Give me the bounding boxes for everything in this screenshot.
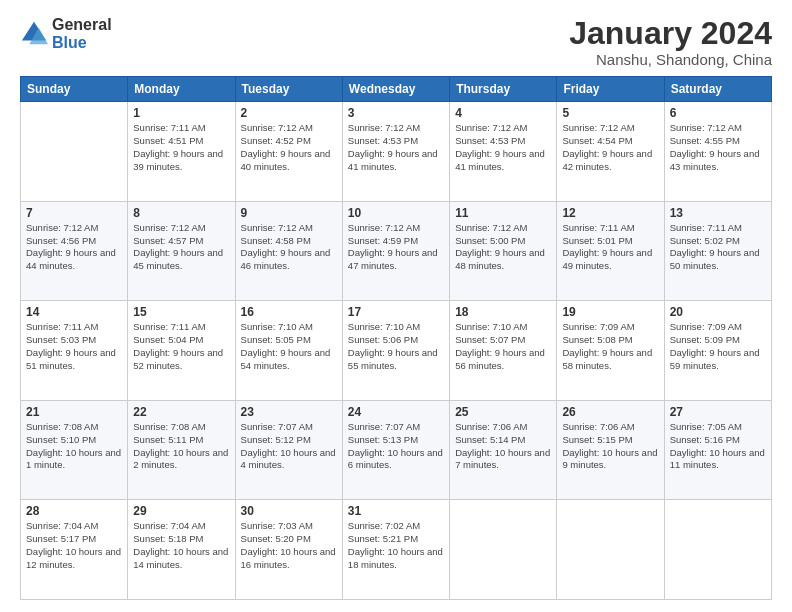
day-number: 2 [241, 106, 337, 120]
table-row: 23Sunrise: 7:07 AMSunset: 5:12 PMDayligh… [235, 400, 342, 500]
title-block: January 2024 Nanshu, Shandong, China [569, 16, 772, 68]
logo-general: General [52, 16, 112, 34]
day-number: 8 [133, 206, 229, 220]
table-row: 24Sunrise: 7:07 AMSunset: 5:13 PMDayligh… [342, 400, 449, 500]
calendar-week-row: 21Sunrise: 7:08 AMSunset: 5:10 PMDayligh… [21, 400, 772, 500]
day-info: Sunrise: 7:12 AMSunset: 4:53 PMDaylight:… [455, 122, 551, 173]
table-row: 22Sunrise: 7:08 AMSunset: 5:11 PMDayligh… [128, 400, 235, 500]
day-info: Sunrise: 7:03 AMSunset: 5:20 PMDaylight:… [241, 520, 337, 571]
day-info: Sunrise: 7:12 AMSunset: 4:52 PMDaylight:… [241, 122, 337, 173]
day-info: Sunrise: 7:11 AMSunset: 5:01 PMDaylight:… [562, 222, 658, 273]
table-row: 7Sunrise: 7:12 AMSunset: 4:56 PMDaylight… [21, 201, 128, 301]
day-info: Sunrise: 7:11 AMSunset: 5:02 PMDaylight:… [670, 222, 766, 273]
day-number: 5 [562, 106, 658, 120]
day-number: 17 [348, 305, 444, 319]
table-row: 2Sunrise: 7:12 AMSunset: 4:52 PMDaylight… [235, 102, 342, 202]
table-row: 12Sunrise: 7:11 AMSunset: 5:01 PMDayligh… [557, 201, 664, 301]
day-number: 23 [241, 405, 337, 419]
day-number: 24 [348, 405, 444, 419]
calendar-header-row: Sunday Monday Tuesday Wednesday Thursday… [21, 77, 772, 102]
day-number: 13 [670, 206, 766, 220]
logo: General Blue [20, 16, 112, 51]
col-wednesday: Wednesday [342, 77, 449, 102]
day-number: 12 [562, 206, 658, 220]
table-row [21, 102, 128, 202]
day-info: Sunrise: 7:12 AMSunset: 4:55 PMDaylight:… [670, 122, 766, 173]
day-info: Sunrise: 7:12 AMSunset: 4:59 PMDaylight:… [348, 222, 444, 273]
day-number: 19 [562, 305, 658, 319]
table-row: 29Sunrise: 7:04 AMSunset: 5:18 PMDayligh… [128, 500, 235, 600]
table-row: 31Sunrise: 7:02 AMSunset: 5:21 PMDayligh… [342, 500, 449, 600]
day-info: Sunrise: 7:05 AMSunset: 5:16 PMDaylight:… [670, 421, 766, 472]
day-number: 9 [241, 206, 337, 220]
day-info: Sunrise: 7:08 AMSunset: 5:11 PMDaylight:… [133, 421, 229, 472]
calendar-week-row: 28Sunrise: 7:04 AMSunset: 5:17 PMDayligh… [21, 500, 772, 600]
day-info: Sunrise: 7:12 AMSunset: 4:58 PMDaylight:… [241, 222, 337, 273]
day-number: 15 [133, 305, 229, 319]
table-row: 18Sunrise: 7:10 AMSunset: 5:07 PMDayligh… [450, 301, 557, 401]
table-row: 27Sunrise: 7:05 AMSunset: 5:16 PMDayligh… [664, 400, 771, 500]
day-number: 21 [26, 405, 122, 419]
logo-blue: Blue [52, 34, 112, 52]
table-row [557, 500, 664, 600]
day-info: Sunrise: 7:07 AMSunset: 5:12 PMDaylight:… [241, 421, 337, 472]
table-row: 19Sunrise: 7:09 AMSunset: 5:08 PMDayligh… [557, 301, 664, 401]
day-number: 20 [670, 305, 766, 319]
day-info: Sunrise: 7:10 AMSunset: 5:07 PMDaylight:… [455, 321, 551, 372]
day-number: 11 [455, 206, 551, 220]
subtitle: Nanshu, Shandong, China [569, 51, 772, 68]
day-number: 25 [455, 405, 551, 419]
table-row: 3Sunrise: 7:12 AMSunset: 4:53 PMDaylight… [342, 102, 449, 202]
day-number: 4 [455, 106, 551, 120]
logo-text: General Blue [52, 16, 112, 51]
table-row: 20Sunrise: 7:09 AMSunset: 5:09 PMDayligh… [664, 301, 771, 401]
day-number: 22 [133, 405, 229, 419]
day-number: 6 [670, 106, 766, 120]
day-info: Sunrise: 7:10 AMSunset: 5:05 PMDaylight:… [241, 321, 337, 372]
day-info: Sunrise: 7:02 AMSunset: 5:21 PMDaylight:… [348, 520, 444, 571]
day-number: 16 [241, 305, 337, 319]
day-number: 29 [133, 504, 229, 518]
col-saturday: Saturday [664, 77, 771, 102]
table-row: 16Sunrise: 7:10 AMSunset: 5:05 PMDayligh… [235, 301, 342, 401]
table-row: 17Sunrise: 7:10 AMSunset: 5:06 PMDayligh… [342, 301, 449, 401]
day-info: Sunrise: 7:12 AMSunset: 5:00 PMDaylight:… [455, 222, 551, 273]
table-row: 8Sunrise: 7:12 AMSunset: 4:57 PMDaylight… [128, 201, 235, 301]
table-row: 26Sunrise: 7:06 AMSunset: 5:15 PMDayligh… [557, 400, 664, 500]
table-row [450, 500, 557, 600]
calendar-table: Sunday Monday Tuesday Wednesday Thursday… [20, 76, 772, 600]
table-row [664, 500, 771, 600]
col-monday: Monday [128, 77, 235, 102]
table-row: 14Sunrise: 7:11 AMSunset: 5:03 PMDayligh… [21, 301, 128, 401]
day-number: 10 [348, 206, 444, 220]
table-row: 10Sunrise: 7:12 AMSunset: 4:59 PMDayligh… [342, 201, 449, 301]
calendar-week-row: 1Sunrise: 7:11 AMSunset: 4:51 PMDaylight… [21, 102, 772, 202]
day-number: 28 [26, 504, 122, 518]
day-info: Sunrise: 7:12 AMSunset: 4:54 PMDaylight:… [562, 122, 658, 173]
day-info: Sunrise: 7:09 AMSunset: 5:09 PMDaylight:… [670, 321, 766, 372]
table-row: 1Sunrise: 7:11 AMSunset: 4:51 PMDaylight… [128, 102, 235, 202]
day-number: 27 [670, 405, 766, 419]
calendar-week-row: 14Sunrise: 7:11 AMSunset: 5:03 PMDayligh… [21, 301, 772, 401]
day-number: 1 [133, 106, 229, 120]
day-info: Sunrise: 7:11 AMSunset: 4:51 PMDaylight:… [133, 122, 229, 173]
header: General Blue January 2024 Nanshu, Shando… [20, 16, 772, 68]
col-sunday: Sunday [21, 77, 128, 102]
day-number: 14 [26, 305, 122, 319]
table-row: 15Sunrise: 7:11 AMSunset: 5:04 PMDayligh… [128, 301, 235, 401]
table-row: 25Sunrise: 7:06 AMSunset: 5:14 PMDayligh… [450, 400, 557, 500]
day-info: Sunrise: 7:07 AMSunset: 5:13 PMDaylight:… [348, 421, 444, 472]
day-number: 7 [26, 206, 122, 220]
table-row: 28Sunrise: 7:04 AMSunset: 5:17 PMDayligh… [21, 500, 128, 600]
table-row: 21Sunrise: 7:08 AMSunset: 5:10 PMDayligh… [21, 400, 128, 500]
table-row: 5Sunrise: 7:12 AMSunset: 4:54 PMDaylight… [557, 102, 664, 202]
day-info: Sunrise: 7:12 AMSunset: 4:56 PMDaylight:… [26, 222, 122, 273]
day-info: Sunrise: 7:12 AMSunset: 4:53 PMDaylight:… [348, 122, 444, 173]
day-info: Sunrise: 7:06 AMSunset: 5:14 PMDaylight:… [455, 421, 551, 472]
day-info: Sunrise: 7:04 AMSunset: 5:17 PMDaylight:… [26, 520, 122, 571]
day-number: 30 [241, 504, 337, 518]
day-info: Sunrise: 7:10 AMSunset: 5:06 PMDaylight:… [348, 321, 444, 372]
table-row: 11Sunrise: 7:12 AMSunset: 5:00 PMDayligh… [450, 201, 557, 301]
day-info: Sunrise: 7:11 AMSunset: 5:03 PMDaylight:… [26, 321, 122, 372]
day-info: Sunrise: 7:08 AMSunset: 5:10 PMDaylight:… [26, 421, 122, 472]
